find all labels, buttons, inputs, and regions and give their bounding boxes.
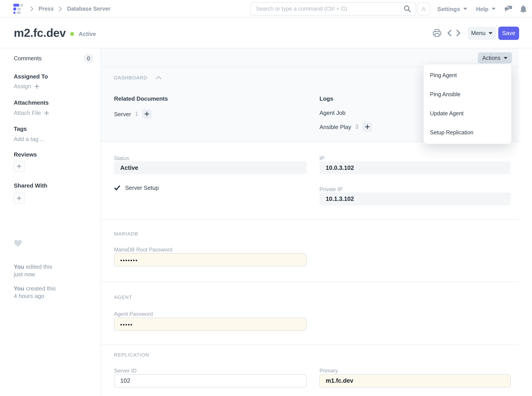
plus-icon [44, 110, 49, 116]
private-ip-field-value: 10.1.3.102 [319, 192, 511, 205]
status-field-value: Active [114, 161, 307, 174]
agent-password-label: Agent Password [114, 311, 153, 317]
dashboard-heading: DASHBOARD [114, 75, 147, 80]
plus-icon [144, 111, 150, 117]
comments-label: Comments [14, 55, 42, 62]
navbar: Press Database Server A Settings Help [0, 0, 532, 18]
navbar-right: A Settings Help [417, 0, 527, 18]
form-sidebar: Comments 0 Assigned To Assign Attachment… [0, 48, 101, 396]
menu-item-update-agent[interactable]: Update Agent [424, 104, 511, 123]
avatar[interactable]: A [417, 2, 430, 16]
search-input[interactable] [251, 6, 404, 12]
add-ansible-play-button[interactable] [362, 122, 372, 132]
server-doc-count: 1 [135, 111, 138, 117]
caret-down-icon [504, 57, 508, 59]
mariadb-root-password-label: MariaDB Root Password [114, 247, 172, 253]
chat-icon[interactable] [504, 6, 512, 12]
status-section: Status Active Server Setup IP 10.0.3.102… [101, 142, 519, 220]
breadcrumb: Press Database Server [30, 0, 111, 18]
comments-count-badge: 0 [84, 54, 93, 63]
shared-with-heading: Shared With [14, 182, 47, 189]
plus-icon [34, 84, 40, 89]
global-search[interactable] [250, 2, 416, 16]
app-logo-icon[interactable] [13, 4, 24, 14]
agent-section: AGENT Agent Password ••••• [101, 282, 519, 345]
next-document-icon[interactable] [456, 30, 461, 36]
menu-item-ping-agent[interactable]: Ping Agent [424, 66, 511, 85]
prev-document-icon[interactable] [447, 30, 452, 36]
menu-button-label: Menu [471, 30, 485, 36]
tags-heading: Tags [14, 126, 27, 132]
private-ip-field-label: Private IP [319, 186, 343, 192]
actions-dropdown-menu: Ping Agent Ping Ansible Update Agent Set… [423, 64, 512, 144]
status-field-label: Status [114, 155, 129, 161]
agent-heading: AGENT [114, 294, 307, 300]
breadcrumb-press[interactable]: Press [39, 6, 54, 12]
plus-icon [16, 196, 22, 201]
server-setup-label: Server Setup [125, 185, 159, 191]
activity-created: Youcreated this 4 hours ago [14, 285, 56, 300]
attach-file-label: Attach File [14, 110, 41, 116]
comments-link[interactable]: Comments 0 [14, 54, 93, 63]
notifications-bell-icon[interactable] [520, 5, 527, 13]
assigned-to-heading: Assigned To [14, 73, 48, 80]
plus-icon [365, 124, 370, 129]
collapse-section-icon[interactable] [156, 76, 161, 79]
avatar-letter: A [421, 6, 425, 12]
settings-menu[interactable]: Settings [437, 6, 467, 12]
server-id-label: Server ID [114, 368, 136, 374]
search-icon [404, 5, 411, 12]
actions-button[interactable]: Actions [478, 52, 512, 64]
primary-label: Primary [319, 368, 338, 374]
settings-label: Settings [437, 6, 460, 12]
chevron-right-icon [30, 6, 34, 12]
caret-down-icon [463, 7, 467, 10]
mariadb-root-password-input[interactable]: ••••••• [114, 253, 307, 267]
server-setup-checkbox[interactable]: Server Setup [114, 185, 307, 191]
server-doc-link[interactable]: Server [114, 111, 131, 117]
attach-file-button[interactable]: Attach File [14, 110, 49, 116]
save-button[interactable]: Save [498, 26, 519, 40]
assign-label: Assign [14, 83, 31, 90]
add-tag-button[interactable]: Add a tag ... [14, 136, 45, 142]
status-indicator-dot [70, 32, 74, 36]
server-id-input[interactable]: 102 [114, 374, 307, 388]
attachments-heading: Attachments [14, 99, 49, 106]
replication-heading: REPLICATION [114, 352, 307, 357]
plus-icon [16, 164, 22, 169]
mariadb-section: MARIADB MariaDB Root Password ••••••• [101, 220, 519, 282]
menu-item-ping-ansible[interactable]: Ping Ansible [424, 85, 511, 104]
ansible-play-link[interactable]: Ansible Play [319, 123, 351, 130]
share-button[interactable] [14, 193, 24, 204]
activity-edited: Youedited this just now [14, 263, 52, 278]
help-menu[interactable]: Help [476, 6, 496, 12]
assign-button[interactable]: Assign [14, 83, 40, 90]
menu-item-setup-replication[interactable]: Setup Replication [424, 123, 511, 142]
reviews-heading: Reviews [14, 151, 37, 158]
menu-button[interactable]: Menu [468, 26, 496, 40]
related-documents-heading: Related Documents [114, 95, 307, 102]
mariadb-heading: MARIADB [114, 231, 307, 236]
page-header: m2.fc.dev Active Menu [0, 18, 532, 48]
chevron-right-icon [59, 6, 62, 12]
caret-down-icon [492, 7, 496, 10]
help-label: Help [476, 6, 489, 12]
add-review-button[interactable] [14, 161, 24, 172]
page-title: m2.fc.dev [14, 26, 66, 40]
checkmark-icon [114, 185, 121, 191]
replication-section: REPLICATION Server ID 102 Primary m1.fc.… [101, 345, 519, 396]
print-icon[interactable] [433, 29, 442, 37]
add-server-button[interactable] [142, 109, 152, 119]
app-root: Press Database Server A Settings Help [0, 0, 532, 396]
like-heart-icon[interactable] [14, 239, 22, 249]
agent-password-input[interactable]: ••••• [114, 318, 307, 331]
ansible-play-count: 3 [355, 124, 358, 130]
ip-field-label: IP [319, 155, 325, 161]
actions-button-label: Actions [482, 55, 501, 61]
ip-field-value: 10.0.3.102 [319, 161, 511, 174]
agent-job-link[interactable]: Agent Job [319, 110, 345, 116]
breadcrumb-database-server[interactable]: Database Server [67, 6, 111, 12]
status-indicator-label: Active [79, 30, 96, 37]
caret-down-icon [489, 32, 493, 34]
primary-input[interactable]: m1.fc.dev [319, 374, 511, 388]
